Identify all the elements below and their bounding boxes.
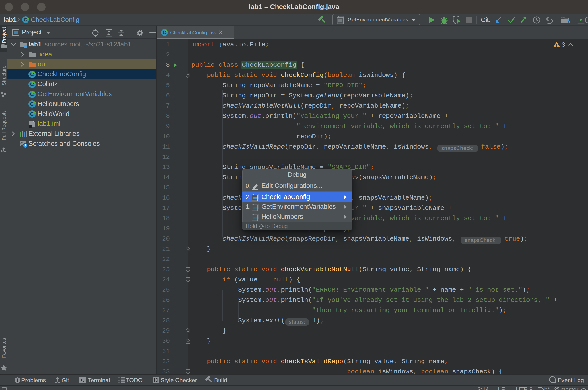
- svg-text:C: C: [30, 101, 34, 107]
- svg-text:C: C: [30, 71, 34, 77]
- svg-text:C: C: [24, 17, 27, 22]
- svg-text:C: C: [30, 111, 34, 117]
- svg-text:C: C: [163, 29, 166, 35]
- svg-text:C: C: [30, 91, 34, 97]
- svg-text:C: C: [30, 81, 34, 87]
